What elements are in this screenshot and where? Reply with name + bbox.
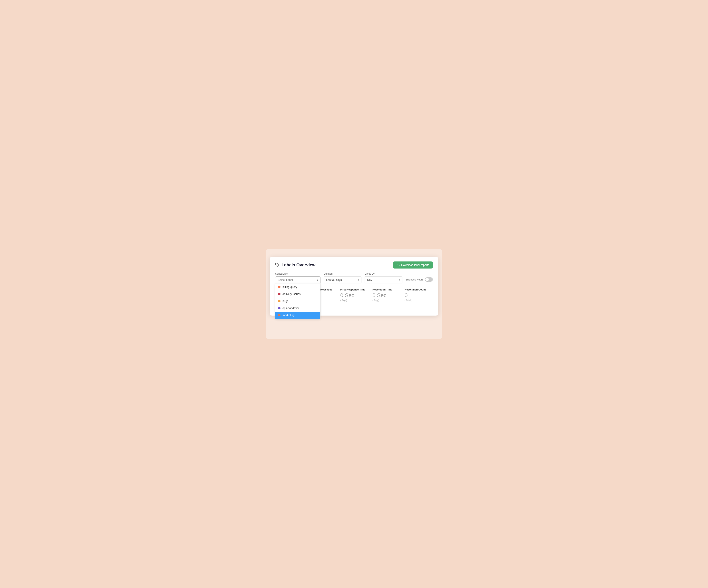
- dot-marketing: [278, 314, 281, 316]
- duration-wrapper: Last 30 days Last 7 days Last 3 months L…: [324, 276, 361, 284]
- download-icon: [396, 263, 400, 267]
- resolution-time-value: 0 Sec: [373, 292, 400, 298]
- page-background: Labels Overview Download label reports S…: [266, 249, 442, 339]
- first-response-time-sub: ( Avg ): [340, 299, 368, 302]
- label-ops-handover: ops-handover: [283, 306, 299, 310]
- dot-billing-query: [278, 286, 281, 288]
- dropdown-item-ops-handover[interactable]: ops-handover: [275, 304, 320, 312]
- label-marketing: marketing: [283, 314, 294, 317]
- main-card: Labels Overview Download label reports S…: [270, 257, 438, 316]
- duration-group: Duration Last 30 days Last 7 days Last 3…: [324, 272, 361, 284]
- label-tag-icon: [275, 263, 279, 267]
- select-label-wrapper: ▲ billing-query delivery-issues: [275, 276, 321, 284]
- group-by-group: Group By Day Week Month ▼: [364, 272, 403, 284]
- first-response-time-label: First Response Time: [340, 288, 368, 291]
- dropdown-item-bugs[interactable]: bugs: [275, 297, 320, 304]
- resolution-count-label: Resolution Count: [405, 288, 432, 291]
- stat-resolution-count: Resolution Count 0 ( Total ): [405, 288, 432, 302]
- dropdown-item-marketing[interactable]: marketing: [275, 312, 320, 319]
- page-title: Labels Overview: [282, 262, 316, 268]
- select-label-group: Select Label ▲ billing-query delivery-is…: [275, 272, 321, 284]
- business-hours-toggle[interactable]: [425, 277, 433, 282]
- dot-ops-handover: [278, 307, 281, 309]
- resolution-count-value: 0: [405, 292, 432, 298]
- toggle-knob: [425, 278, 429, 281]
- dot-delivery-issues: [278, 293, 281, 295]
- resolution-time-label: Resolution Time: [373, 288, 400, 291]
- select-label-input[interactable]: [275, 276, 321, 284]
- business-hours-label: Business Hours: [406, 278, 423, 281]
- duration-select[interactable]: Last 30 days Last 7 days Last 3 months L…: [324, 276, 361, 284]
- card-header: Labels Overview Download label reports: [275, 261, 433, 268]
- select-label-dropdown: billing-query delivery-issues bugs: [275, 284, 321, 319]
- business-hours-row: Business Hours: [406, 277, 433, 284]
- business-hours-group: Business Hours: [406, 277, 433, 284]
- stat-first-response-time: First Response Time 0 Sec ( Avg ): [340, 288, 368, 302]
- group-by-wrapper: Day Week Month ▼: [364, 276, 403, 284]
- resolution-time-sub: ( Avg ): [373, 299, 400, 302]
- dropdown-item-billing-query[interactable]: billing-query: [275, 284, 320, 291]
- download-button[interactable]: Download label reports: [393, 261, 433, 268]
- group-by-select[interactable]: Day Week Month: [364, 276, 403, 284]
- label-bugs: bugs: [283, 299, 288, 303]
- title-wrap: Labels Overview: [275, 262, 316, 268]
- label-delivery-issues: delivery-issues: [283, 292, 301, 296]
- stat-resolution-time: Resolution Time 0 Sec ( Avg ): [373, 288, 400, 302]
- duration-label: Duration: [324, 272, 361, 275]
- dropdown-item-delivery-issues[interactable]: delivery-issues: [275, 291, 320, 297]
- label-billing-query: billing-query: [283, 285, 297, 289]
- dot-bugs: [278, 300, 281, 302]
- filters-row: Select Label ▲ billing-query delivery-is…: [275, 272, 433, 284]
- resolution-count-sub: ( Total ): [405, 299, 432, 302]
- download-button-label: Download label reports: [401, 263, 429, 267]
- select-label-label: Select Label: [275, 272, 321, 275]
- first-response-time-value: 0 Sec: [340, 292, 368, 298]
- group-by-label: Group By: [364, 272, 403, 275]
